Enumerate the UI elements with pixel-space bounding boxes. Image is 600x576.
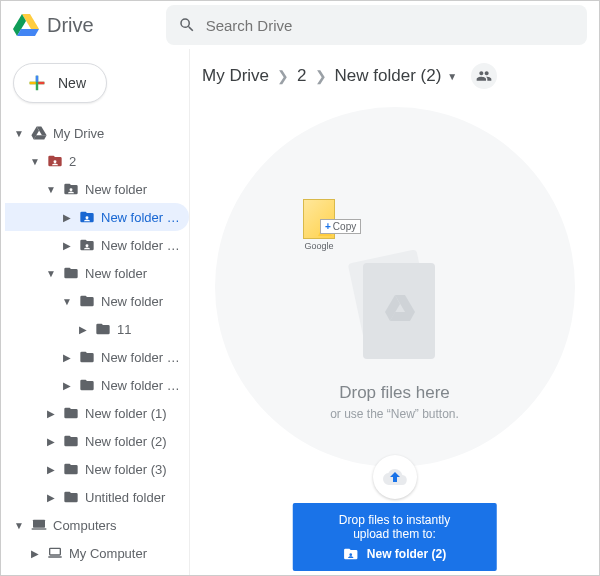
sidebar: New ▼My Drive▼2▼New folder▶New folder (2… (1, 49, 189, 576)
chevron-right-icon: ❯ (315, 68, 327, 84)
breadcrumb-item[interactable]: My Drive (202, 66, 269, 86)
breadcrumb-current[interactable]: New folder (2) ▼ (335, 66, 458, 86)
dropdown-icon: ▼ (447, 71, 457, 82)
banner-text: Drop files to instantly upload them to: (320, 513, 469, 541)
shared-folder-icon (343, 547, 359, 561)
tree-item-label: New folder (3) (101, 238, 181, 253)
upload-banner: Drop files to instantly upload them to: … (292, 503, 497, 571)
copy-badge: + Copy (320, 219, 361, 234)
drive-icon (29, 126, 49, 140)
folder-icon (61, 266, 81, 280)
chevron-right-icon[interactable]: ▶ (57, 240, 77, 251)
tree-item-label: Untitled folder (85, 490, 181, 505)
chevron-right-icon[interactable]: ▶ (25, 548, 45, 559)
drop-area[interactable]: Drop files here or use the “New” button.… (190, 103, 599, 576)
chevron-right-icon[interactable]: ▶ (41, 464, 61, 475)
tree-item-computers[interactable]: ▼Computers (5, 511, 189, 539)
chevron-right-icon: ❯ (277, 68, 289, 84)
tree-item-nfg2[interactable]: ▶New folder (2) (5, 343, 189, 371)
tree-item-nfg3[interactable]: ▶New folder (3) (5, 371, 189, 399)
shared-folder-icon (61, 182, 81, 196)
svg-rect-10 (33, 520, 45, 528)
shared-folder-icon (77, 210, 97, 224)
tree-item-mydrive[interactable]: ▼My Drive (5, 119, 189, 147)
folder-icon (61, 406, 81, 420)
chevron-right-icon[interactable]: ▶ (41, 436, 61, 447)
tree-item-nf2g[interactable]: ▶New folder (2) (5, 427, 189, 455)
folder-icon (93, 322, 113, 336)
tree-item-f2[interactable]: ▼2 (5, 147, 189, 175)
chevron-down-icon[interactable]: ▼ (57, 296, 77, 307)
new-button[interactable]: New (13, 63, 107, 103)
tree-item-label: 11 (117, 322, 181, 337)
empty-state-text: Drop files here or use the “New” button. (330, 383, 459, 421)
tree-item-shared[interactable]: Shared with me (5, 567, 189, 576)
tree-item-label: New folder (3) (85, 462, 181, 477)
search-input[interactable] (206, 17, 575, 34)
tree-item-label: My Drive (53, 126, 181, 141)
header: Drive (1, 1, 599, 49)
plus-icon (26, 72, 48, 94)
tree-item-untitled[interactable]: ▶Untitled folder (5, 483, 189, 511)
folder-icon (77, 350, 97, 364)
tree-item-label: New folder (2) (101, 210, 181, 225)
folder-tree: ▼My Drive▼2▼New folder▶New folder (2)▶Ne… (5, 119, 189, 576)
upload-button[interactable] (373, 455, 417, 499)
logo[interactable]: Drive (13, 13, 94, 37)
tree-item-nf[interactable]: ▼New folder (5, 175, 189, 203)
breadcrumb-item-label: New folder (2) (335, 66, 442, 86)
plus-icon: + (325, 221, 331, 232)
files-illustration (335, 233, 455, 383)
folder-icon (61, 462, 81, 476)
svg-rect-12 (50, 548, 61, 555)
chevron-right-icon[interactable]: ▶ (41, 492, 61, 503)
tree-item-nf1g[interactable]: ▶New folder (1) (5, 399, 189, 427)
svg-point-9 (86, 244, 89, 247)
drop-subtext: or use the “New” button. (330, 407, 459, 421)
tree-item-label: Computers (53, 518, 181, 533)
tree-item-label: New folder (85, 266, 181, 281)
svg-point-6 (54, 160, 57, 163)
tree-item-nf3[interactable]: ▶New folder (3) (5, 231, 189, 259)
folder-icon (61, 434, 81, 448)
chevron-right-icon[interactable]: ▶ (57, 212, 77, 223)
tree-item-nf2[interactable]: ▶New folder (2) (5, 203, 189, 231)
tree-item-nfg[interactable]: ▼New folder (5, 259, 189, 287)
search-bar[interactable] (166, 5, 587, 45)
tree-item-mycomp[interactable]: ▶My Computer (5, 539, 189, 567)
tree-item-eleven[interactable]: ▶11 (5, 315, 189, 343)
drag-file-label: Google (284, 241, 354, 251)
tree-item-label: New folder (2) (85, 434, 181, 449)
tree-item-nf3g[interactable]: ▶New folder (3) (5, 455, 189, 483)
chevron-right-icon[interactable]: ▶ (41, 408, 61, 419)
tree-item-label: 2 (69, 154, 181, 169)
chevron-down-icon[interactable]: ▼ (9, 128, 29, 139)
computer-icon (29, 518, 49, 532)
tree-item-label: New folder (1) (85, 406, 181, 421)
breadcrumb-item[interactable]: 2 (297, 66, 306, 86)
laptop-icon (45, 546, 65, 560)
shared-folder-icon (77, 238, 97, 252)
chevron-right-icon[interactable]: ▶ (73, 324, 93, 335)
chevron-right-icon[interactable]: ▶ (57, 352, 77, 363)
folder-icon (77, 378, 97, 392)
shared-folder-red-icon (45, 154, 65, 168)
svg-rect-16 (363, 263, 435, 359)
body: New ▼My Drive▼2▼New folder▶New folder (2… (1, 49, 599, 576)
breadcrumbs: My Drive ❯ 2 ❯ New folder (2) ▼ (190, 49, 599, 103)
share-button[interactable] (471, 63, 497, 89)
tree-item-label: New folder (3) (101, 378, 181, 393)
chevron-right-icon[interactable]: ▶ (57, 380, 77, 391)
tree-item-label: New folder (101, 294, 181, 309)
chevron-down-icon[interactable]: ▼ (25, 156, 45, 167)
product-name: Drive (47, 14, 94, 37)
chevron-down-icon[interactable]: ▼ (41, 184, 61, 195)
svg-point-20 (349, 553, 352, 556)
tree-item-nfg-a[interactable]: ▼New folder (5, 287, 189, 315)
svg-rect-11 (32, 528, 47, 529)
svg-point-8 (86, 216, 89, 219)
chevron-down-icon[interactable]: ▼ (9, 520, 29, 531)
chevron-down-icon[interactable]: ▼ (41, 268, 61, 279)
svg-point-7 (70, 188, 73, 191)
folder-icon (61, 490, 81, 504)
